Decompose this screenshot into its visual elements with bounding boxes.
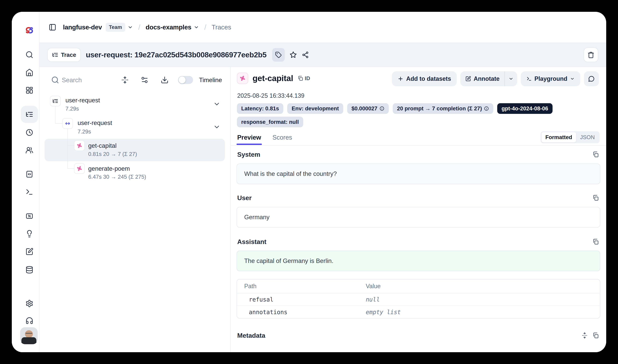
trace-badge-label: Trace [61,52,76,58]
arrow-left-right-icon [65,120,71,127]
copy-metadata-icon[interactable] [592,332,599,339]
response-format-badge: response_format: null [237,117,303,127]
tree-connector [67,168,74,169]
copy-user-icon[interactable] [592,195,599,201]
cost-badge[interactable]: $0.000027 [347,103,389,114]
user-message-box: Germany [237,207,600,228]
content-row: Search Timeline user-request [39,67,606,352]
badge-row-1: Latency: 0.81s Env: development $0.00002… [237,103,553,114]
panel-toggle-icon[interactable] [49,24,56,31]
tabs-divider [231,145,606,145]
trace-header-bar: Trace user-request: 19e27ac025d543b008e9… [39,42,606,67]
breadcrumb: langfuse-dev Team / docs-examples / Trac… [39,12,606,42]
expand-vertical-icon[interactable] [581,332,588,339]
tokens-badge[interactable]: 20 prompt → 7 completion (Σ 27) [393,103,493,114]
node-chevron-down-icon[interactable] [213,100,220,108]
span-node-icon-chip[interactable] [62,118,73,129]
format-formatted-option[interactable]: Formatted [541,132,576,143]
tracing-nav-active[interactable] [21,106,38,123]
system-heading: System [237,151,260,158]
annotation-square-pen-icon[interactable] [26,248,33,256]
observation-detail-panel: get-capital ID Add to datasets Ann [231,67,606,352]
info-icon [484,106,489,111]
breadcrumb-section[interactable]: Traces [212,24,231,31]
generation-node-icon-chip[interactable] [74,140,85,151]
table-header-row: Path Value [237,279,600,293]
prompts-file-code-icon[interactable] [26,170,33,178]
settings-gear-icon[interactable] [26,299,33,308]
tree-node-label[interactable]: get-capital [88,142,117,149]
table-cell-path: annotations [237,309,366,315]
annotate-label: Annotate [474,75,500,82]
datasets-database-icon[interactable] [26,266,33,274]
copy-id-button[interactable]: ID [297,75,310,81]
annotate-button[interactable]: Annotate [460,71,504,86]
assistant-message-text: The capital of Germany is Berlin. [244,258,334,264]
model-badge[interactable]: gpt-4o-2024-08-06 [497,103,553,114]
org-name[interactable]: langfuse-dev [63,24,102,31]
generation-pinwheel-icon [76,165,83,172]
playground-button[interactable]: Playground [521,71,580,86]
copy-icon [297,76,303,81]
metadata-actions [581,332,599,339]
trace-type-badge: Trace [47,48,81,62]
user-heading: User [237,194,252,202]
tag-button[interactable] [272,48,285,62]
tab-scores[interactable]: Scores [272,134,292,141]
comments-button[interactable] [584,71,599,86]
observation-timestamp: 2025-08-25 16:33:44.139 [237,92,304,99]
terminal-icon [527,76,532,81]
add-to-datasets-button[interactable]: Add to datasets [392,71,457,86]
playground-terminal-icon[interactable] [26,188,33,196]
sessions-clock-icon[interactable] [26,129,33,136]
copy-system-icon[interactable] [592,151,599,158]
annotate-dropdown-button[interactable] [505,71,517,86]
format-json-option[interactable]: JSON [576,132,599,143]
share-icon [302,51,309,59]
search-nav-icon[interactable] [26,51,33,59]
tree-node-metrics: 0.81s 20 → 7 (Σ 27) [88,151,137,157]
bookmark-star-button[interactable] [289,51,297,59]
user-avatar[interactable] [20,327,38,344]
tree-node-label[interactable]: user-request [65,97,100,104]
support-headset-icon[interactable] [26,317,33,325]
download-icon[interactable] [161,76,169,84]
assistant-heading: Assistant [237,238,267,246]
tree-connector [55,106,55,124]
observation-tree-panel: Search Timeline user-request [39,67,231,352]
timeline-toggle[interactable] [178,76,193,84]
timeline-label: Timeline [199,77,222,84]
id-label: ID [305,75,310,81]
project-chevron-down-icon[interactable] [194,25,199,30]
tag-icon [275,52,282,58]
comment-bubble-icon [588,76,595,82]
share-button[interactable] [302,51,309,59]
tree-settings-icon[interactable] [141,76,149,84]
tree-node-label[interactable]: user-request [77,119,112,127]
search-input[interactable]: Search [62,77,82,84]
home-icon[interactable] [26,68,33,77]
star-icon [289,51,297,59]
tree-node-label[interactable]: generate-poem [88,165,130,172]
node-chevron-down-icon[interactable] [213,123,220,131]
users-icon[interactable] [26,146,33,154]
user-message-text: Germany [244,214,270,221]
generation-node-icon-chip[interactable] [74,163,85,174]
scores-percent-icon[interactable] [26,212,33,220]
trash-icon [587,51,594,58]
badge-row-2: response_format: null [237,117,303,127]
dashboard-icon[interactable] [26,86,33,94]
collapse-all-icon[interactable] [121,76,129,84]
system-message-box: What is the capital of the country? [237,164,600,184]
org-chevron-down-icon[interactable] [128,25,133,30]
evals-lightbulb-icon[interactable] [26,230,33,238]
breadcrumb-separator: / [138,23,140,31]
trace-node-icon-chip[interactable] [50,96,61,106]
project-name[interactable]: docs-examples [145,24,191,31]
tracing-tree-icon [26,110,33,118]
delete-trace-button[interactable] [584,48,598,62]
observation-title-line: get-capital ID [237,73,310,84]
copy-assistant-icon[interactable] [592,238,599,245]
table-cell-value: empty list [366,309,401,315]
tab-preview[interactable]: Preview [237,134,261,141]
